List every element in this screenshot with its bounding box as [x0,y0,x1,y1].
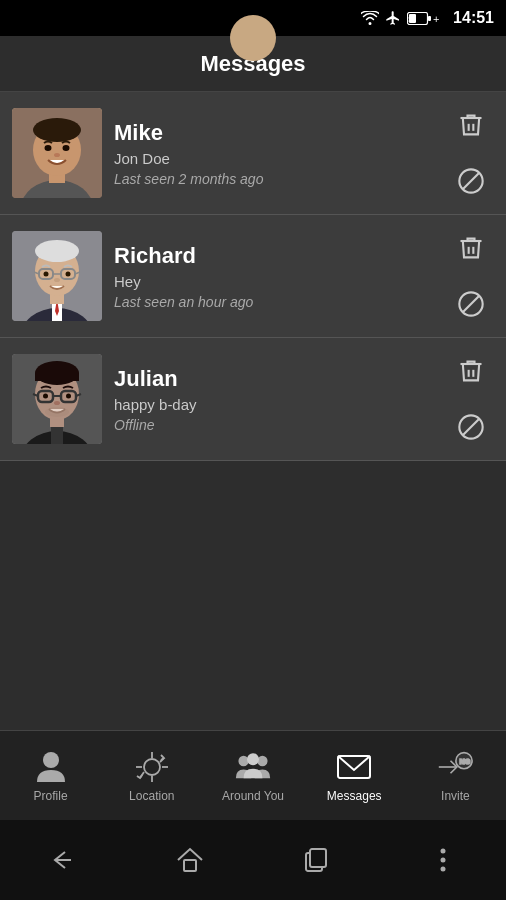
svg-point-12 [54,153,60,157]
svg-point-44 [43,394,48,399]
recents-button[interactable] [294,838,338,882]
svg-rect-2 [428,16,431,21]
avatar-julian [12,354,102,444]
svg-point-28 [66,272,71,277]
last-message-julian: happy b-day [114,396,436,413]
nav-item-messages[interactable]: Messages [304,731,405,820]
nav-label-around: Around You [222,789,284,803]
block-julian-button[interactable] [452,408,490,446]
svg-line-14 [463,173,479,189]
wifi-icon [361,11,379,25]
svg-text:NG: NG [460,757,471,766]
delete-mike-button[interactable] [452,106,490,144]
message-item-julian[interactable]: Julian happy b-day Offline [0,338,506,461]
avatar-richard [12,231,102,321]
around-icon [235,749,271,785]
nav-label-location: Location [129,789,174,803]
svg-point-70 [440,867,445,872]
airplane-icon [385,10,401,26]
nav-label-messages: Messages [327,789,382,803]
empty-content-area [0,461,506,739]
svg-point-21 [35,240,79,262]
avatar-richard-image [12,231,102,321]
battery-text: 35 + [407,12,443,25]
svg-point-9 [33,118,81,142]
svg-rect-65 [184,860,196,871]
last-message-richard: Hey [114,273,436,290]
delete-julian-button[interactable] [452,352,490,390]
contact-name-julian: Julian [114,366,436,392]
message-item-richard[interactable]: Richard Hey Last seen an hour ago [0,215,506,338]
message-content-mike: Mike Jon Doe Last seen 2 months ago [102,120,448,187]
svg-point-27 [44,272,49,277]
nav-label-profile: Profile [34,789,68,803]
svg-point-69 [440,858,445,863]
svg-point-29 [54,278,60,282]
nav-item-around[interactable]: Around You [202,731,303,820]
last-seen-mike: Last seen 2 months ago [114,171,436,187]
svg-rect-67 [310,849,326,867]
svg-point-50 [43,752,59,768]
back-button[interactable] [41,838,85,882]
svg-point-45 [66,394,71,399]
system-nav-bar [0,820,506,900]
avatar-mike-image [12,108,102,198]
svg-line-31 [463,296,479,312]
svg-point-68 [440,849,445,854]
svg-point-59 [257,755,267,765]
message-list: Mike Jon Doe Last seen 2 months ago [0,92,506,461]
contact-name-richard: Richard [114,243,436,269]
message-content-julian: Julian happy b-day Offline [102,366,448,433]
block-mike-button[interactable] [452,162,490,200]
last-seen-richard: Last seen an hour ago [114,294,436,310]
message-actions-richard [448,225,494,327]
svg-point-11 [63,145,70,151]
message-actions-mike [448,102,494,204]
svg-point-47 [45,407,69,417]
svg-text:35: 35 [408,16,416,23]
avatar-mike [12,108,102,198]
svg-line-49 [463,419,479,435]
svg-point-10 [45,145,52,151]
invite-icon: NG [437,749,473,785]
svg-text:+: + [433,13,439,25]
location-icon [134,749,170,785]
messages-icon [336,749,372,785]
svg-rect-38 [35,373,79,381]
profile-icon [33,749,69,785]
avatar-julian-image [12,354,102,444]
message-actions-julian [448,348,494,450]
delete-richard-button[interactable] [452,229,490,267]
menu-button[interactable] [421,838,465,882]
contact-name-mike: Mike [114,120,436,146]
time-display: 14:51 [453,9,494,27]
nav-label-invite: Invite [441,789,470,803]
bottom-navigation: Profile Location [0,730,506,820]
message-content-richard: Richard Hey Last seen an hour ago [102,243,448,310]
svg-point-58 [238,755,248,765]
nav-item-location[interactable]: Location [101,731,202,820]
nav-item-profile[interactable]: Profile [0,731,101,820]
status-icons: 35 + 14:51 [361,9,494,27]
message-item-mike[interactable]: Mike Jon Doe Last seen 2 months ago [0,92,506,215]
svg-point-51 [144,759,160,775]
last-seen-julian: Offline [114,417,436,433]
svg-point-46 [54,401,60,405]
block-richard-button[interactable] [452,285,490,323]
home-button[interactable] [168,838,212,882]
nav-item-invite[interactable]: NG Invite [405,731,506,820]
last-message-mike: Jon Doe [114,150,436,167]
svg-point-60 [247,753,259,765]
